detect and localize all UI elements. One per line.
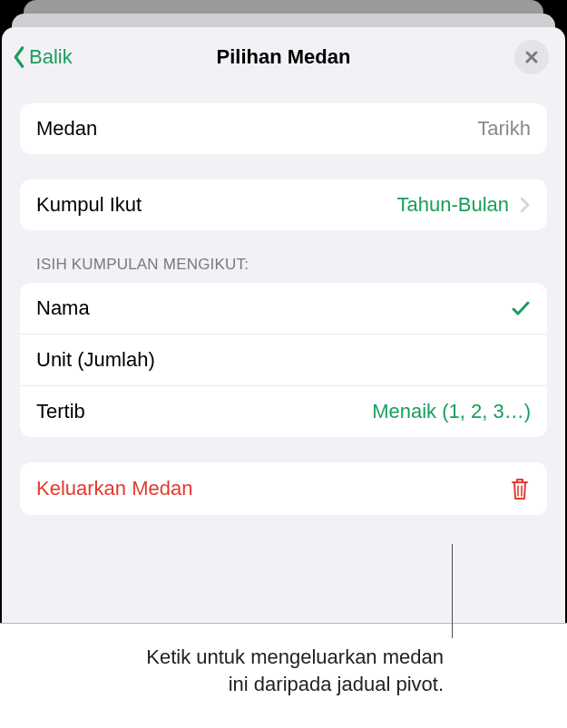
callout-line1: Ketik untuk mengeluarkan medan [146, 645, 444, 668]
field-group: Medan Tarikh [20, 103, 547, 154]
chevron-left-icon [11, 45, 27, 69]
remove-group: Keluarkan Medan [20, 462, 547, 515]
sort-name-label: Nama [36, 296, 90, 320]
checkmark-icon [511, 298, 531, 318]
back-button[interactable]: Balik [11, 45, 120, 69]
sort-name-check [511, 298, 531, 318]
options-sheet: Balik Pilihan Medan Medan Tarikh Kumpul … [2, 27, 565, 623]
trash-icon [509, 476, 531, 501]
close-button[interactable] [514, 40, 549, 74]
callout-line [452, 544, 453, 638]
back-label: Balik [29, 45, 73, 69]
close-icon [524, 50, 539, 64]
field-label: Medan [36, 117, 97, 141]
callout-line2: ini daripada jadual pivot. [229, 673, 444, 695]
sort-order-value: Menaik (1, 2, 3…) [372, 400, 531, 423]
sort-unit-label: Unit (Jumlah) [36, 348, 155, 372]
field-value: Tarikh [477, 117, 531, 141]
chevron-right-icon [520, 197, 531, 213]
sort-section-header: ISIH KUMPULAN MENGIKUT: [20, 256, 547, 283]
sort-group: Nama Unit (Jumlah) Tertib Menaik (1, 2, … [20, 283, 547, 437]
group-by-group: Kumpul Ikut Tahun-Bulan [20, 180, 547, 230]
group-by-label: Kumpul Ikut [36, 193, 142, 217]
remove-field-icon-wrap [509, 476, 531, 501]
sort-row-name[interactable]: Nama [20, 283, 547, 334]
group-by-value: Tahun-Bulan [396, 193, 509, 217]
group-by-right: Tahun-Bulan [396, 193, 531, 217]
remove-field-row[interactable]: Keluarkan Medan [20, 462, 547, 515]
callout-text: Ketik untuk mengeluarkan medan ini darip… [146, 644, 444, 697]
sort-row-order[interactable]: Tertib Menaik (1, 2, 3…) [20, 385, 547, 437]
annotation-area: Ketik untuk mengeluarkan medan ini darip… [0, 623, 567, 728]
field-row: Medan Tarikh [20, 103, 547, 154]
nav-bar: Balik Pilihan Medan [2, 27, 565, 85]
group-by-row[interactable]: Kumpul Ikut Tahun-Bulan [20, 180, 547, 230]
remove-field-label: Keluarkan Medan [36, 477, 192, 500]
sort-order-label: Tertib [36, 400, 85, 423]
content-area: Medan Tarikh Kumpul Ikut Tahun-Bulan ISI… [2, 85, 565, 540]
sort-row-unit[interactable]: Unit (Jumlah) [20, 334, 547, 385]
